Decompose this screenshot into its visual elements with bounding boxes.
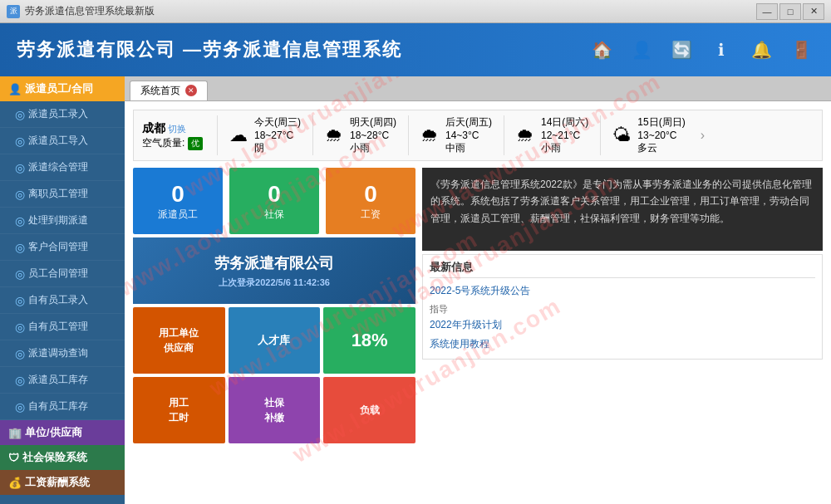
sidebar-item-resigned[interactable]: ◎ 离职员工管理 <box>0 181 125 208</box>
maximize-button[interactable]: □ <box>779 3 801 20</box>
dot-icon: ◎ <box>15 400 25 413</box>
info-card-employer[interactable]: 用工单位 供应商 <box>133 307 225 374</box>
dashboard: 成都 切换 空气质量: 优 ☁ 今天(周三) 18~27°C 阴 <box>125 101 831 504</box>
sidebar-item-dispatch-manage[interactable]: ◎ 派遣综合管理 <box>0 154 125 181</box>
news-title: 最新信息 <box>430 260 815 278</box>
refresh-icon[interactable]: 🔄 <box>668 37 695 63</box>
weather-day-temp-0: 18~27°C <box>254 130 301 141</box>
info-card-work-hours[interactable]: 用工 工时 <box>133 377 225 443</box>
sidebar-item-label: 处理到期派遣 <box>28 213 88 228</box>
tab-bar: 系统首页 ✕ <box>125 76 831 101</box>
sidebar-item-self-manage[interactable]: ◎ 自有员工管理 <box>0 314 125 340</box>
weather-city: 成都 切换 <box>142 121 217 136</box>
weather-day-info-4: 15日(周日) 13~20°C 多云 <box>637 115 685 155</box>
news-item-2[interactable]: 2022年升级计划 <box>430 316 815 335</box>
weather-icon-1: 🌧 <box>325 125 343 146</box>
weather-day-desc-0: 阴 <box>254 141 301 155</box>
weather-day-info-0: 今天(周三) 18~27°C 阴 <box>254 115 301 155</box>
sidebar-item-dispatch-stock[interactable]: ◎ 派遣员工库存 <box>0 367 125 394</box>
sidebar-group-wage[interactable]: 💰 工资薪酬系统 <box>0 470 125 495</box>
stat-num-social: 0 <box>268 181 281 208</box>
news-item-3[interactable]: 系统使用教程 <box>430 335 815 354</box>
info-card-social-pay[interactable]: 社保 补缴 <box>229 377 321 443</box>
sidebar-item-self-entry[interactable]: ◎ 自有员工录入 <box>0 287 125 314</box>
sidebar-item-label: 员工合同管理 <box>28 267 88 281</box>
news-category-guidance: 指导 <box>430 303 815 316</box>
weather-day-label-0: 今天(周三) <box>254 115 301 130</box>
title-bar: 派 劳务派遣信息管理系统最新版 — □ ✕ <box>0 0 831 23</box>
dot-icon: ◎ <box>15 267 25 281</box>
dot-icon: ◎ <box>15 241 25 254</box>
sidebar-item-dispatch-entry[interactable]: ◎ 派遣员工录入 <box>0 101 125 128</box>
close-button[interactable]: ✕ <box>803 3 824 20</box>
info-card-talent[interactable]: 人才库 <box>229 307 321 374</box>
weather-day-4: 🌤 15日(周日) 13~20°C 多云 <box>600 115 696 155</box>
sidebar-group-social[interactable]: 🛡 社会保险系统 <box>0 445 125 470</box>
home-icon[interactable]: 🏠 <box>588 37 615 63</box>
dot-icon: ◎ <box>15 214 25 228</box>
sidebar-item-label: 客户合同管理 <box>28 240 88 254</box>
weather-day-info-1: 明天(周四) 18~28°C 小雨 <box>350 115 396 155</box>
dot-icon: ◎ <box>15 347 25 360</box>
social-group-icon: 🛡 <box>8 452 19 464</box>
dot-icon: ◎ <box>15 135 25 148</box>
social-group-label: 社会保险系统 <box>22 450 87 465</box>
sidebar-group-dispatch[interactable]: 👤 派遣员工/合同 <box>0 76 125 101</box>
user-icon[interactable]: 👤 <box>628 37 655 63</box>
weather-day-desc-4: 多云 <box>637 141 685 155</box>
stat-num-dispatch: 0 <box>171 181 184 208</box>
stats-info-section: 0 派遣员工 0 社保 0 工资 劳务 <box>133 168 823 443</box>
info-icon[interactable]: ℹ <box>708 37 735 63</box>
weather-day-1: 🌧 明天(周四) 18~28°C 小雨 <box>312 115 408 155</box>
sidebar-item-transfer-query[interactable]: ◎ 派遣调动查询 <box>0 340 125 367</box>
dispatch-group-icon: 👤 <box>8 83 22 95</box>
main-layout: 👤 派遣员工/合同 ◎ 派遣员工录入 ◎ 派遣员工导入 ◎ 派遣综合管理 ◎ 离… <box>0 76 831 504</box>
stat-label-wage: 工资 <box>361 208 381 222</box>
dot-icon: ◎ <box>15 374 25 387</box>
weather-edit-link[interactable]: 切换 <box>168 124 186 134</box>
sidebar-item-customer-contract[interactable]: ◎ 客户合同管理 <box>0 234 125 261</box>
app-icon: 派 <box>7 5 20 18</box>
bell-icon[interactable]: 🔔 <box>748 37 774 63</box>
weather-icon-3: 🌧 <box>516 125 534 146</box>
sidebar-group-unit[interactable]: 🏢 单位/供应商 <box>0 420 125 445</box>
sidebar-item-self-stock[interactable]: ◎ 自有员工库存 <box>0 394 125 420</box>
minimize-button[interactable]: — <box>756 3 778 20</box>
weather-day-label-2: 后天(周五) <box>445 115 492 130</box>
tab-close-button[interactable]: ✕ <box>185 85 197 96</box>
dot-icon: ◎ <box>15 188 25 201</box>
sidebar-item-dispatch-import[interactable]: ◎ 派遣员工导入 <box>0 128 125 154</box>
weather-day-0: ☁ 今天(周三) 18~27°C 阴 <box>217 115 312 155</box>
weather-day-info-2: 后天(周五) 14~3°C 中雨 <box>445 115 492 155</box>
stat-card-wage: 0 工资 <box>326 168 416 234</box>
weather-day-temp-3: 12~21°C <box>541 130 588 141</box>
sidebar-item-employee-contract[interactable]: ◎ 员工合同管理 <box>0 261 125 287</box>
stat-label-dispatch: 派遣员工 <box>158 208 198 222</box>
weather-day-temp-2: 14~3°C <box>445 130 492 141</box>
dot-icon: ◎ <box>15 161 25 174</box>
sidebar-item-label: 离职员工管理 <box>28 187 88 201</box>
exit-icon[interactable]: 🚪 <box>788 37 814 63</box>
company-banner: 劳务派遣有限公司 上次登录2022/5/6 11:42:36 <box>133 237 416 304</box>
weather-day-2: 🌧 后天(周五) 14~3°C 中雨 <box>408 115 504 155</box>
dispatch-group-label: 派遣员工/合同 <box>25 81 93 96</box>
header-icons: 🏠 👤 🔄 ℹ 🔔 🚪 <box>588 37 814 63</box>
stat-card-social: 0 社保 <box>229 168 319 234</box>
wage-group-icon: 💰 <box>8 477 22 489</box>
tab-home-label: 系统首页 <box>140 84 180 98</box>
app-header: 劳务派遣有限公司 —劳务派遣信息管理系统 🏠 👤 🔄 ℹ 🔔 🚪 <box>0 23 831 76</box>
news-item-0[interactable]: 2022-5号系统升级公告 <box>430 281 815 301</box>
window-controls[interactable]: — □ ✕ <box>756 3 824 20</box>
info-card-percent[interactable]: 18% <box>323 307 416 374</box>
dot-icon: ◎ <box>15 294 25 307</box>
info-card-load[interactable]: 负载 <box>323 377 416 443</box>
sidebar-item-expired[interactable]: ◎ 处理到期派遣 <box>0 208 125 234</box>
tab-home[interactable]: 系统首页 ✕ <box>130 81 208 100</box>
sidebar-item-label: 派遣员工录入 <box>28 107 88 121</box>
dot-icon: ◎ <box>15 321 25 334</box>
app-title: 劳务派遣有限公司 —劳务派遣信息管理系统 <box>17 37 402 62</box>
weather-day-temp-4: 13~20°C <box>637 130 685 141</box>
sidebar: 👤 派遣员工/合同 ◎ 派遣员工录入 ◎ 派遣员工导入 ◎ 派遣综合管理 ◎ 离… <box>0 76 125 504</box>
stat-card-dispatch: 0 派遣员工 <box>133 168 223 234</box>
weather-next-arrow[interactable]: › <box>697 128 708 143</box>
